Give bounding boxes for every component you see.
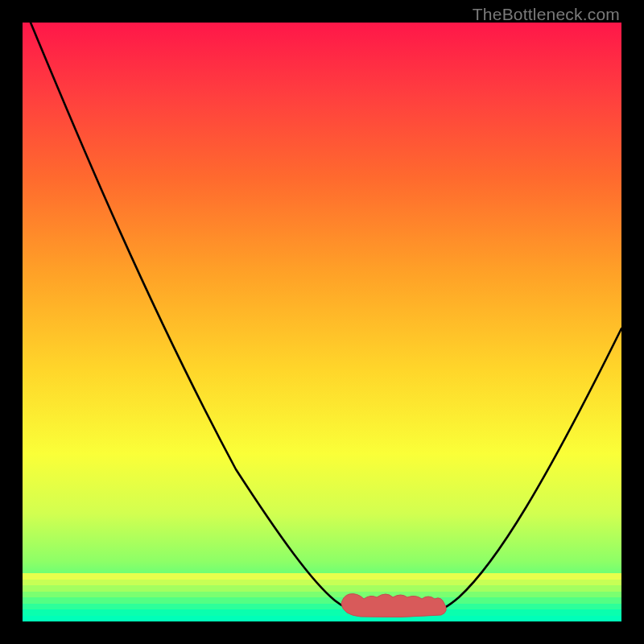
plot-area (23, 23, 621, 621)
curve-layer (23, 23, 621, 621)
bottleneck-curve (31, 23, 621, 612)
watermark-text: TheBottleneck.com (473, 5, 620, 24)
chart-stage: TheBottleneck.com (0, 0, 644, 644)
valley-marker (341, 594, 446, 617)
